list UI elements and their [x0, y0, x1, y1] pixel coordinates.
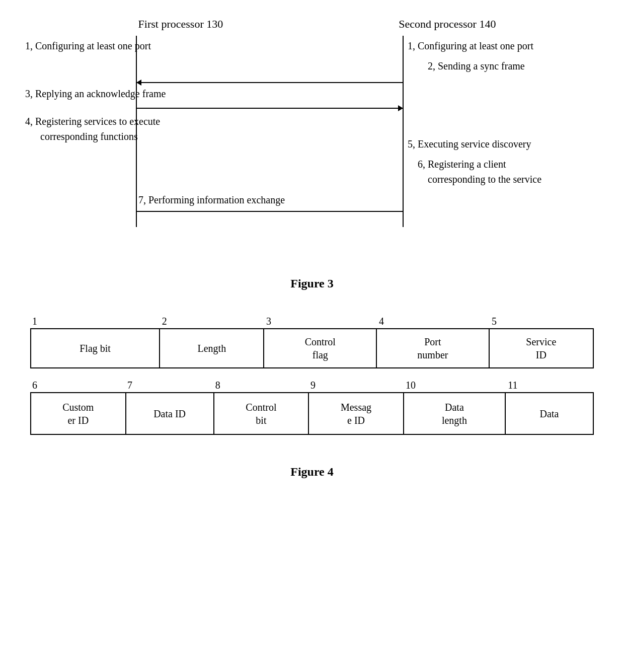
- cell-data: Data: [506, 392, 594, 435]
- step7-label: 7, Performing information exchange: [138, 194, 285, 206]
- step4-left: 4, Registering services to execute corre…: [25, 114, 160, 144]
- col-num-4: 4: [377, 316, 490, 327]
- row1-numbers: 1 2 3 4 5: [30, 316, 594, 327]
- cell-flagbit: Flag bit: [30, 328, 160, 368]
- cell-portnumber: Portnumber: [377, 328, 490, 368]
- col-num-7: 7: [125, 380, 213, 391]
- col-num-5: 5: [490, 316, 594, 327]
- figure3-container: First processor 130 Second processor 140…: [0, 0, 624, 292]
- cell-customerid: Customer ID: [30, 392, 126, 435]
- cell-datalength: Datalength: [404, 392, 506, 435]
- col-num-2: 2: [160, 316, 264, 327]
- cell-controlflag: Controlflag: [264, 328, 377, 368]
- sync-arrow: [137, 82, 403, 83]
- step3-left: 3, Replying an acknowledge frame: [25, 86, 166, 101]
- processor2-label: Second processor 140: [399, 18, 496, 31]
- cell-controlbit: Controlbit: [214, 392, 309, 435]
- ack-arrow: [137, 108, 403, 109]
- packet-row-1: Flag bit Length Controlflag Portnumber S…: [30, 328, 594, 368]
- figure4-caption: Figure 4: [0, 465, 624, 479]
- info-exchange-line: [137, 211, 403, 212]
- row2-numbers: 6 7 8 9 10 11: [30, 380, 594, 391]
- step6-right: 6, Registering a client corresponding to…: [418, 157, 541, 187]
- col-num-6: 6: [30, 380, 125, 391]
- cell-messageid: Message ID: [309, 392, 404, 435]
- col-num-8: 8: [213, 380, 308, 391]
- step2-right: 2, Sending a sync frame: [428, 58, 525, 73]
- col-num-9: 9: [308, 380, 404, 391]
- col-num-3: 3: [264, 316, 377, 327]
- col-num-10: 10: [404, 380, 506, 391]
- cell-dataid: Data ID: [126, 392, 214, 435]
- step5-right: 5, Executing service discovery: [408, 136, 531, 152]
- figure4-container: 1 2 3 4 5 Flag bit Length Controlflag Po…: [0, 306, 624, 445]
- col-num-1: 1: [30, 316, 160, 327]
- step1-right: 1, Configuring at least one port: [408, 38, 533, 53]
- col-num-11: 11: [506, 380, 594, 391]
- packet-row-2: Customer ID Data ID Controlbit Message I…: [30, 392, 594, 435]
- cell-serviceid: ServiceID: [490, 328, 594, 368]
- step1-left: 1, Configuring at least one port: [25, 38, 151, 53]
- processor1-label: First processor 130: [138, 18, 223, 31]
- cell-length: Length: [160, 328, 264, 368]
- vertical-line-right: [403, 36, 404, 227]
